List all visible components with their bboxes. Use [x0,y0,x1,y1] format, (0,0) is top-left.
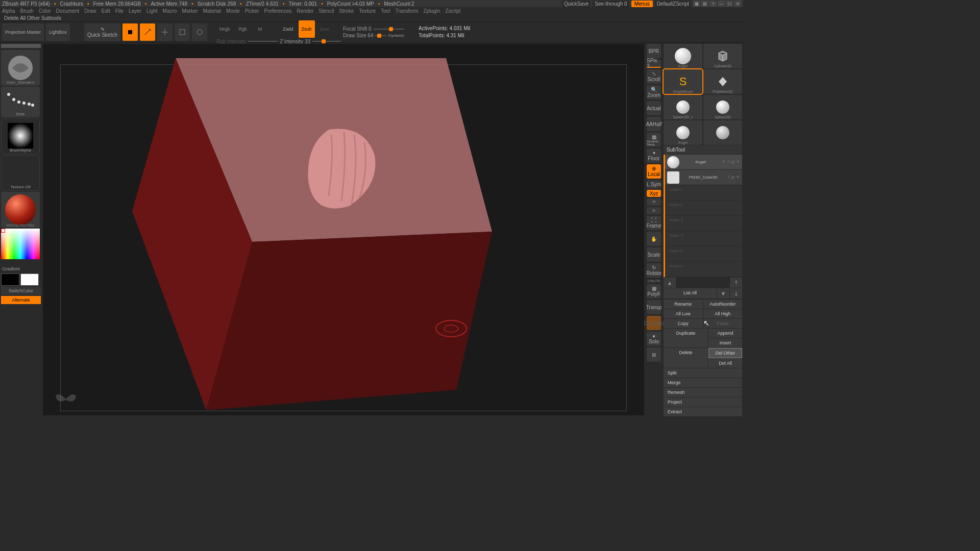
delall-button[interactable]: Del All [708,359,742,368]
allhigh-button[interactable]: All High [703,309,743,318]
move-button[interactable] [157,23,173,41]
quicksave-button[interactable]: QuickSave [562,1,591,7]
seethrough-slider[interactable]: See-through 0 [593,1,629,7]
lsym-button[interactable]: L.Sym [647,180,661,188]
rotate-view-button[interactable]: ↻Rotate [647,263,661,278]
canvas-3d-view[interactable] [89,53,492,415]
menu-color[interactable]: Color [39,8,51,14]
persp-button[interactable]: ▦Dynamic Persp [647,133,661,147]
menu-render[interactable]: Render [297,8,314,14]
tool-item[interactable]: Sphere3D_1 [664,95,702,119]
menu-zplugin[interactable]: Zplugin [424,8,440,14]
secondary-color-swatch[interactable] [1,273,19,286]
scroll-button[interactable]: ⤡Scroll [647,69,661,84]
insert-button[interactable]: Insert [708,338,742,347]
delete-button[interactable]: Delete [664,348,708,368]
help-button[interactable]: ? [709,1,717,7]
layout-button[interactable]: ▤ [701,1,708,7]
close-button[interactable]: ✕ [734,1,741,7]
zoom-button[interactable]: 🔍Zoom [647,85,661,99]
listall-button[interactable]: List All [664,288,717,298]
move-up-button[interactable]: ▲ [664,278,676,288]
subtool-header[interactable]: SubTool [664,145,742,154]
xpose-button[interactable]: ⊞ [647,347,661,362]
subtool-empty-slot[interactable]: Insert 3 [665,216,742,231]
scale-view-button[interactable]: Scale [647,247,661,262]
merge-section[interactable]: Merge [664,378,742,387]
draw-size-slider[interactable] [375,35,386,36]
subtool-visibility-icons[interactable]: ⠿ ◐ 👁 [727,175,740,180]
menu-transform[interactable]: Transform [395,8,418,14]
duplicate-button[interactable]: Duplicate [664,329,708,347]
alpha-selector[interactable]: BrushAlpha [1,118,40,154]
viewport[interactable] [43,44,644,415]
menu-stencil[interactable]: Stencil [318,8,334,14]
aahalf-button[interactable]: AAHalf [647,117,661,131]
extract-section[interactable]: Extract [664,407,742,416]
paste-button[interactable]: Paste [703,319,743,328]
menu-macro[interactable]: Macro [163,8,177,14]
menu-material[interactable]: Material [203,8,222,14]
floor-button[interactable]: ▾Floor [647,148,661,163]
split-section[interactable]: Split [664,368,742,378]
tool-item[interactable] [703,120,742,145]
menu-zscript[interactable]: Zscript [445,8,460,14]
zadd-button[interactable]: Zadd [280,20,297,38]
bpr-button[interactable]: BPR [647,44,661,58]
panel-handle[interactable] [1,44,41,48]
menu-brush[interactable]: Brush [20,8,34,14]
tool-item[interactable]: Sphere3D [703,95,742,119]
menu-preferences[interactable]: Preferences [264,8,292,14]
menu-alpha[interactable]: Alpha [2,8,15,14]
alternate-button[interactable]: Alternate [1,296,41,304]
subtool-empty-slot[interactable]: Insert 5 [665,246,742,262]
move-down-button[interactable]: ▼ [717,288,729,298]
subtool-row[interactable]: PM3D_Cube3D ⠿ ◐ 👁 [665,170,742,185]
actual-button[interactable]: Actual [647,101,661,115]
defaultzscript-button[interactable]: DefaultZScript [655,1,691,7]
remesh-section[interactable]: Remesh [664,388,742,397]
tool-item[interactable]: Kugel [664,44,702,68]
menu-picker[interactable]: Picker [245,8,259,14]
zcut-button[interactable]: Zcut [317,20,332,38]
rgb-intensity-slider[interactable] [248,41,278,42]
polyf-button[interactable]: ▦PolyF [647,284,661,298]
move-view-button[interactable]: ✋ [647,232,661,246]
layout-button[interactable]: ▦ [693,1,700,7]
subtool-empty-slot[interactable]: Insert 1 [665,185,742,201]
texture-selector[interactable]: Texture Off [1,155,40,191]
menus-button[interactable]: Menus [631,1,653,7]
zsub-button[interactable]: Zsub [299,20,315,38]
dynamic-button[interactable]: Dynamic [647,316,661,330]
menu-texture[interactable]: Texture [359,8,376,14]
lightbox-button[interactable]: LightBox [46,23,70,41]
m-button[interactable]: M [253,20,268,38]
z-intensity-slider[interactable] [312,41,341,42]
mrgb-button[interactable]: Mrgb [216,20,233,38]
menu-movie[interactable]: Movie [226,8,240,14]
move-top-button[interactable]: ⤒ [730,278,742,288]
quick-sketch-button[interactable]: ✎Quick Sketch [84,23,120,41]
tool-item[interactable]: Kugel [664,120,702,145]
subtool-row[interactable]: Kugel 👁 ⠿ ◐ 👁 [665,155,742,170]
menu-stroke[interactable]: Stroke [339,8,354,14]
alllow-button[interactable]: All Low [664,309,703,318]
project-section[interactable]: Project [664,397,742,407]
move-bottom-button[interactable]: ⤓ [730,288,742,298]
menu-light[interactable]: Light [146,8,158,14]
color-picker[interactable] [1,229,40,264]
menu-tool[interactable]: Tool [381,8,390,14]
rotate-button[interactable] [192,23,207,41]
focal-shift-slider[interactable] [374,29,404,30]
scale-button[interactable] [175,23,190,41]
menu-layer[interactable]: Layer [129,8,141,14]
subtool-empty-slot[interactable]: Insert 2 [665,201,742,216]
brush-selector[interactable]: Dam_Standard [1,50,40,86]
minimize-button[interactable]: — [718,1,725,7]
rename-button[interactable]: Rename [664,299,703,309]
tool-item[interactable]: PolyMesh3D [703,69,742,94]
autoreorder-button[interactable]: AutoReorder [703,299,743,309]
subtool-empty-slot[interactable]: Insert 4 [665,231,742,246]
switchcolor-button[interactable]: SwitchColor [1,287,41,295]
menu-document[interactable]: Document [56,8,80,14]
